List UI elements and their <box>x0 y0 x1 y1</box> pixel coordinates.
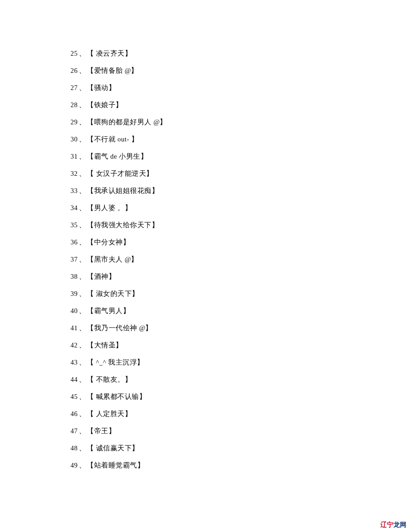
item-number: 49 <box>71 462 78 469</box>
item-number: 36 <box>71 239 78 246</box>
item-text: 【 凌云齐天】 <box>87 50 132 57</box>
item-text: 【爱情备胎 @】 <box>87 67 138 74</box>
list-item: 45、【 喊累都不认输】 <box>71 393 411 400</box>
item-separator: 、 <box>79 102 86 109</box>
watermark: 辽宁龙网 <box>380 521 406 529</box>
item-text: 【大情圣】 <box>87 341 123 349</box>
item-text: 【 人定胜天】 <box>87 410 132 417</box>
list-item: 26、【爱情备胎 @】 <box>71 67 411 74</box>
item-separator: 、 <box>79 153 86 160</box>
item-number: 41 <box>71 325 78 332</box>
item-number: 32 <box>71 170 78 177</box>
item-number: 29 <box>71 119 78 126</box>
item-separator: 、 <box>79 462 86 469</box>
item-separator: 、 <box>79 205 86 212</box>
list-item: 42、【大情圣】 <box>71 342 411 349</box>
item-text: 【 诚信赢天下】 <box>87 444 139 452</box>
item-text: 【男人婆 。】 <box>87 204 132 212</box>
item-separator: 、 <box>79 170 86 177</box>
item-text: 【酒神】 <box>87 273 116 280</box>
list-item: 49、【站着睡觉霸气】 <box>71 462 411 469</box>
item-separator: 、 <box>79 239 86 246</box>
item-number: 27 <box>71 84 78 91</box>
list-item: 37、【黑市夫人 @】 <box>71 256 411 263</box>
list-item: 31、【霸气 de 小男生】 <box>71 153 411 160</box>
list-item: 27、【骚动】 <box>71 84 411 91</box>
item-number: 39 <box>71 290 78 297</box>
item-text: 【黑市夫人 @】 <box>87 256 138 263</box>
item-separator: 、 <box>79 428 86 435</box>
list-item: 33、【我承认姐姐很花痴】 <box>71 187 411 194</box>
list-item: 35、【待我强大给你天下】 <box>71 222 411 229</box>
item-number: 48 <box>71 445 78 452</box>
item-text: 【铁娘子】 <box>87 101 123 109</box>
list-item: 28、【铁娘子】 <box>71 102 411 109</box>
item-text: 【站着睡觉霸气】 <box>87 461 144 469</box>
list-item: 29、【喂狗的都是好男人 @】 <box>71 119 411 126</box>
list-item: 44、【 不散友。】 <box>71 376 411 383</box>
item-separator: 、 <box>79 376 86 383</box>
list-item: 25、【 凌云齐天】 <box>71 50 411 57</box>
item-text: 【 喊累都不认输】 <box>87 393 146 400</box>
item-separator: 、 <box>79 308 86 314</box>
list-item: 34、【男人婆 。】 <box>71 205 411 212</box>
item-text: 【霸气男人】 <box>87 307 130 314</box>
list-item: 40、【霸气男人】 <box>71 308 411 314</box>
list-item: 43、【 ^_^ 我主沉浮】 <box>71 359 411 366</box>
item-text: 【 女汉子才能逆天】 <box>87 170 154 177</box>
item-separator: 、 <box>79 222 86 229</box>
item-number: 43 <box>71 359 78 366</box>
list-item: 47、【帝王】 <box>71 428 411 435</box>
watermark-text-red: 辽宁 <box>380 521 393 528</box>
item-text: 【我乃一代侩神 @】 <box>87 324 153 332</box>
list-item: 46、【 人定胜天】 <box>71 410 411 417</box>
item-separator: 、 <box>79 273 86 280</box>
item-separator: 、 <box>79 445 86 452</box>
item-separator: 、 <box>79 119 86 126</box>
item-text: 【 淑女的天下】 <box>87 290 139 297</box>
item-number: 37 <box>71 256 78 263</box>
item-number: 25 <box>71 50 78 57</box>
item-separator: 、 <box>79 342 86 349</box>
item-number: 31 <box>71 153 78 160</box>
item-separator: 、 <box>79 325 86 332</box>
item-number: 33 <box>71 187 78 194</box>
item-number: 47 <box>71 428 78 435</box>
item-separator: 、 <box>79 256 86 263</box>
item-number: 42 <box>71 342 78 349</box>
item-number: 40 <box>71 308 78 314</box>
item-separator: 、 <box>79 290 86 297</box>
item-text: 【霸气 de 小男生】 <box>87 153 148 160</box>
item-text: 【 不散友。】 <box>87 376 132 383</box>
item-number: 46 <box>71 410 78 417</box>
item-text: 【中分女神】 <box>87 238 130 246</box>
item-number: 45 <box>71 393 78 400</box>
list-item: 32、【 女汉子才能逆天】 <box>71 170 411 177</box>
item-text: 【 ^_^ 我主沉浮】 <box>87 359 144 366</box>
item-separator: 、 <box>79 187 86 194</box>
item-number: 35 <box>71 222 78 229</box>
item-number: 26 <box>71 67 78 74</box>
item-separator: 、 <box>79 67 86 74</box>
item-number: 28 <box>71 102 78 109</box>
item-text: 【喂狗的都是好男人 @】 <box>87 118 167 126</box>
item-separator: 、 <box>79 410 86 417</box>
list-item: 48、【 诚信赢天下】 <box>71 445 411 452</box>
item-text: 【骚动】 <box>87 84 116 91</box>
list-item: 39、【 淑女的天下】 <box>71 290 411 297</box>
document-content: 25、【 凌云齐天】26、【爱情备胎 @】27、【骚动】28、【铁娘子】29、【… <box>0 0 411 469</box>
list-item: 38、【酒神】 <box>71 273 411 280</box>
item-text: 【我承认姐姐很花痴】 <box>87 187 159 194</box>
watermark-text-blue: 龙网 <box>393 521 406 528</box>
item-number: 30 <box>71 136 78 143</box>
item-separator: 、 <box>79 359 86 366</box>
item-separator: 、 <box>79 393 86 400</box>
list-item: 36、【中分女神】 <box>71 239 411 246</box>
item-separator: 、 <box>79 50 86 57</box>
item-text: 【待我强大给你天下】 <box>87 221 159 229</box>
item-separator: 、 <box>79 84 86 91</box>
item-number: 44 <box>71 376 78 383</box>
item-separator: 、 <box>79 136 86 143</box>
list-item: 30、【不行就 out- 】 <box>71 136 411 143</box>
item-number: 34 <box>71 205 78 212</box>
